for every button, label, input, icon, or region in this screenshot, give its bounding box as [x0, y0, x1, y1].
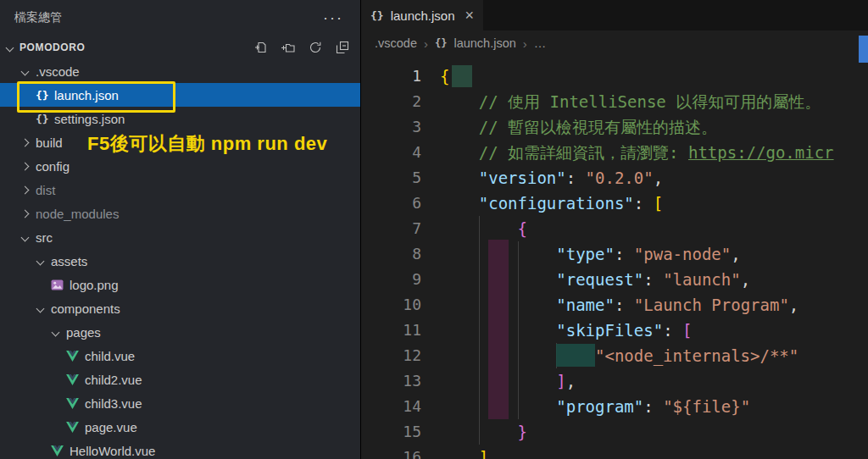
code-line: 14 "program": "${file}" — [361, 394, 868, 419]
code-text: ] — [421, 445, 488, 459]
vue-file-icon — [66, 374, 85, 385]
line-number[interactable]: 3 — [361, 114, 421, 140]
new-folder-icon[interactable] — [281, 41, 295, 55]
line-number[interactable]: 10 — [361, 292, 421, 318]
line-number[interactable]: 14 — [361, 394, 421, 419]
vue-file-icon — [66, 398, 85, 409]
code-line: 11 "skipFiles": [ — [361, 318, 868, 343]
tree-item-label: child.vue — [85, 349, 135, 363]
tree-item-.vscode[interactable]: .vscode — [0, 59, 360, 83]
explorer-title: 檔案總管 — [14, 10, 62, 25]
code-text: "configurations": [ — [421, 191, 663, 216]
breadcrumb-item[interactable]: … — [534, 36, 547, 50]
chevron-right-icon — [21, 185, 30, 194]
breadcrumb-separator: › — [523, 36, 527, 51]
explorer-sidebar: 檔案總管 ··· POMODORO .vscode{}launch.json{}… — [0, 0, 360, 459]
code-line: 6 "configurations": [ — [361, 191, 868, 216]
line-number[interactable]: 16 — [361, 445, 421, 459]
breadcrumb-separator: › — [424, 36, 428, 51]
chevron-down-icon — [6, 43, 14, 52]
vue-file-icon — [66, 351, 85, 362]
code-text: // 使用 IntelliSense 以得知可用的屬性。 — [421, 89, 821, 114]
tree-item-assets[interactable]: assets — [0, 249, 360, 273]
tree-item-child.vue[interactable]: child.vue — [0, 344, 360, 368]
image-file-icon — [51, 279, 70, 290]
tree-item-config[interactable]: config — [0, 154, 360, 178]
line-number[interactable]: 9 — [361, 267, 421, 292]
chevron-down-icon — [21, 67, 30, 75]
chevron-down-icon — [21, 233, 30, 241]
code-line: 9 "request": "launch", — [361, 267, 868, 292]
line-number[interactable]: 1 — [361, 64, 421, 89]
json-file-icon: {} — [435, 37, 447, 49]
line-number[interactable]: 8 — [361, 241, 421, 267]
line-number[interactable]: 15 — [361, 419, 421, 445]
file-tree: .vscode{}launch.json{}settings.jsonbuild… — [0, 59, 360, 459]
code-line: 15 } — [361, 419, 868, 445]
code-line: 8 "type": "pwa-node", — [361, 241, 868, 267]
explorer-header: 檔案總管 ··· — [0, 0, 360, 36]
line-number[interactable]: 2 — [361, 89, 421, 114]
code-text: "program": "${file}" — [421, 394, 750, 419]
code-line: 13 ], — [361, 368, 868, 394]
editor-area: {} launch.json × .vscode›{}launch.json›…… — [360, 0, 868, 459]
code-text: "name": "Launch Program", — [421, 292, 798, 318]
code-line: 4 // 如需詳細資訊，請瀏覽: https://go.micr — [361, 140, 868, 165]
tree-item-build[interactable]: build — [0, 130, 360, 154]
code-area[interactable]: 1{2 // 使用 IntelliSense 以得知可用的屬性。3 // 暫留以… — [361, 56, 868, 459]
tree-item-page.vue[interactable]: page.vue — [0, 415, 360, 439]
code-text: } — [421, 419, 527, 445]
tree-item-child3.vue[interactable]: child3.vue — [0, 391, 360, 415]
code-text: "version": "0.2.0", — [421, 165, 663, 191]
code-text: "request": "launch", — [421, 267, 750, 292]
code-text: "<node_internals>/**" — [421, 343, 798, 368]
tree-item-components[interactable]: components — [0, 296, 360, 320]
tree-item-settings.json[interactable]: {}settings.json — [0, 107, 360, 130]
chevron-down-icon — [52, 328, 60, 336]
line-number[interactable]: 6 — [361, 191, 421, 216]
collapse-all-icon[interactable] — [335, 41, 349, 55]
tab-label: launch.json — [391, 8, 455, 23]
code-text: ], — [421, 368, 576, 394]
code-text: // 暫留以檢視現有屬性的描述。 — [421, 114, 717, 140]
more-actions-icon[interactable]: ··· — [323, 14, 343, 22]
chevron-down-icon — [36, 304, 45, 312]
tree-item-HelloWorld.vue[interactable]: HelloWorld.vue — [0, 439, 360, 459]
code-line: 7 { — [361, 216, 868, 241]
line-number[interactable]: 11 — [361, 318, 421, 343]
breadcrumb-item[interactable]: launch.json — [453, 36, 515, 50]
tab-launch-json[interactable]: {} launch.json × — [361, 0, 483, 30]
tree-item-label: build — [36, 135, 63, 150]
line-number[interactable]: 7 — [361, 216, 421, 241]
tree-item-label: pages — [66, 325, 101, 340]
line-number[interactable]: 4 — [361, 140, 421, 165]
explorer-action-buttons — [253, 41, 360, 55]
project-section-header[interactable]: POMODORO — [0, 36, 360, 59]
tree-item-child2.vue[interactable]: child2.vue — [0, 368, 360, 391]
tree-item-label: components — [51, 301, 120, 316]
breadcrumb: .vscode›{}launch.json›… — [361, 30, 868, 56]
line-number[interactable]: 13 — [361, 368, 421, 394]
tree-item-label: child3.vue — [85, 396, 142, 411]
tree-item-label: logo.png — [70, 278, 119, 292]
line-number[interactable]: 12 — [361, 343, 421, 368]
new-file-icon[interactable] — [253, 41, 268, 55]
chevron-down-icon — [36, 257, 45, 265]
code-text: "type": "pwa-node", — [421, 241, 741, 267]
tree-item-pages[interactable]: pages — [0, 320, 360, 344]
tree-item-label: config — [36, 159, 70, 174]
vue-file-icon — [51, 445, 70, 456]
breadcrumb-item[interactable]: .vscode — [375, 36, 417, 50]
code-line: 1{ — [361, 64, 868, 89]
tree-item-label: HelloWorld.vue — [70, 444, 155, 458]
tree-item-launch.json[interactable]: {}launch.json — [0, 83, 360, 107]
tree-item-dist[interactable]: dist — [0, 178, 360, 202]
tree-item-node_modules[interactable]: node_modules — [0, 202, 360, 225]
tree-item-logo.png[interactable]: logo.png — [0, 273, 360, 296]
tree-item-src[interactable]: src — [0, 225, 360, 249]
line-number[interactable]: 5 — [361, 165, 421, 191]
chevron-right-icon — [21, 162, 30, 170]
refresh-icon[interactable] — [308, 41, 322, 55]
tab-bar: {} launch.json × — [361, 0, 868, 30]
close-icon[interactable]: × — [465, 8, 475, 23]
